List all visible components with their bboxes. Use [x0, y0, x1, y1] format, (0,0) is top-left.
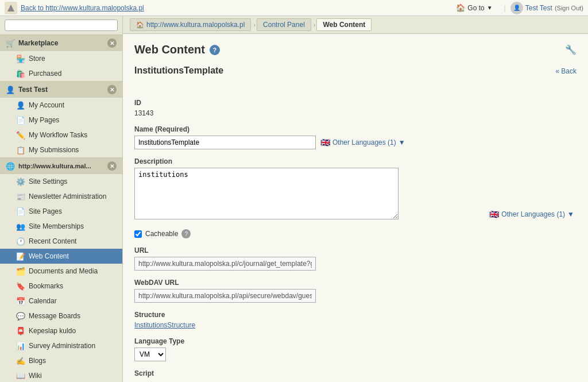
goto-label: Go to: [467, 4, 484, 12]
sidebar-item-label-my-workflow-tasks: My Workflow Tasks: [29, 131, 87, 139]
home-icon: 🏠: [456, 3, 465, 12]
structure-link[interactable]: InstitutionsStructure: [134, 321, 195, 329]
back-button[interactable]: « Back: [555, 67, 577, 75]
my-account-icon: 👤: [16, 101, 25, 110]
cacheable-label: Cacheable: [145, 230, 178, 238]
breadcrumb-home-label: http://www.kultura.malopolska.pl: [146, 21, 245, 29]
sidebar-item-purchased[interactable]: 🛍️ Purchased: [0, 66, 122, 81]
sidebar-section-title-testtest: Test Test: [18, 86, 48, 94]
back-link[interactable]: Back to http://www.kultura.malopolska.pl: [21, 4, 238, 12]
cacheable-help-icon[interactable]: ?: [181, 229, 191, 238]
search-input[interactable]: [5, 20, 118, 31]
name-label: Name (Required): [134, 125, 577, 133]
other-languages-arrow: ▼: [399, 138, 405, 146]
content-area: 🏠 http://www.kultura.malopolska.pl › Con…: [123, 16, 588, 382]
collapse-site-button[interactable]: ✕: [107, 161, 117, 171]
sidebar-item-label-site-settings: Site Settings: [29, 178, 67, 186]
webdav-url-label: WebDAV URL: [134, 279, 577, 287]
sidebar-item-label-my-submissions: My Submissions: [29, 146, 79, 154]
sidebar-item-my-workflow-tasks[interactable]: ✏️ My Workflow Tasks: [0, 128, 122, 142]
sidebar-item-survey-admin[interactable]: 📊 Survey Administration: [0, 338, 122, 353]
sidebar-item-label-message-boards: Message Boards: [29, 312, 80, 320]
sidebar-item-label-site-memberships: Site Memberships: [29, 222, 84, 230]
goto-button[interactable]: 🏠 Go to ▼: [456, 3, 492, 12]
sidebar-item-my-submissions[interactable]: 📋 My Submissions: [0, 142, 122, 157]
description-flag-icon: 🇬🇧: [489, 210, 499, 219]
sidebar-item-store[interactable]: 🏪 Store: [0, 51, 122, 66]
field-group-structure: Structure InstitutionsStructure: [134, 311, 577, 329]
user-name[interactable]: Test Test: [525, 4, 552, 12]
webdav-url-input[interactable]: [134, 289, 316, 303]
field-group-id: ID 13143: [134, 99, 577, 117]
wrench-icon[interactable]: 🔧: [565, 44, 577, 55]
sidebar-item-label-kepeslap-kuldo: Kepeslap kuldo: [29, 327, 76, 335]
sidebar-item-message-boards[interactable]: 💬 Message Boards: [0, 308, 122, 323]
message-boards-icon: 💬: [16, 311, 25, 321]
user-area: 👤 Test Test (Sign Out): [510, 2, 583, 14]
collapse-marketplace-button[interactable]: ✕: [107, 38, 117, 48]
sidebar-item-my-account[interactable]: 👤 My Account: [0, 98, 122, 113]
page-header: Web Content ? 🔧: [134, 43, 577, 56]
recent-content-icon: 🕐: [16, 237, 25, 246]
sidebar-item-label-my-account: My Account: [29, 101, 64, 109]
sidebar-item-label-purchased: Purchased: [29, 70, 61, 78]
sidebar-item-bookmarks[interactable]: 🔖 Bookmarks: [0, 279, 122, 294]
sidebar-item-site-pages[interactable]: 📄 Site Pages: [0, 204, 122, 219]
sidebar-item-site-settings[interactable]: ⚙️ Site Settings: [0, 174, 122, 189]
testtest-section-icon: 👤: [6, 86, 15, 94]
my-workflow-tasks-icon: ✏️: [16, 130, 25, 140]
script-label: Script: [134, 369, 577, 377]
id-value: 13143: [134, 109, 577, 117]
language-type-select[interactable]: VM FTL CSS: [134, 348, 166, 361]
sidebar-section-header-marketplace[interactable]: 🛒 Marketplace ✕: [0, 35, 122, 51]
sidebar-item-web-content[interactable]: 📝 Web Content: [0, 249, 122, 264]
url-input[interactable]: [134, 257, 316, 271]
calendar-icon: 📅: [16, 296, 25, 306]
name-lang-selector[interactable]: 🇬🇧 Other Languages (1) ▼: [320, 138, 405, 147]
survey-admin-icon: 📊: [16, 341, 25, 350]
marketplace-section-icon: 🛒: [6, 39, 15, 48]
breadcrumb-control-panel-label: Control Panel: [263, 21, 305, 29]
help-icon[interactable]: ?: [210, 45, 220, 55]
sidebar-item-kepeslap-kuldo[interactable]: 📮 Kepeslap kuldo: [0, 323, 122, 338]
sidebar-section-testtest: 👤 Test Test ✕ 👤 My Account 📄 My Pages ✏️…: [0, 82, 122, 158]
sidebar-item-recent-content[interactable]: 🕐 Recent Content: [0, 234, 122, 249]
name-input-row: 🇬🇧 Other Languages (1) ▼: [134, 136, 577, 149]
description-textarea[interactable]: institutions: [134, 168, 399, 219]
url-label: URL: [134, 246, 577, 254]
field-group-script: Script: [134, 369, 577, 377]
my-pages-icon: 📄: [16, 115, 25, 125]
structure-label: Structure: [134, 311, 577, 319]
sidebar-item-calendar[interactable]: 📅 Calendar: [0, 294, 122, 308]
description-lang-selector[interactable]: 🇬🇧 Other Languages (1) ▼: [489, 210, 574, 219]
site-section-icon: 🌐: [6, 162, 15, 171]
sidebar-item-blogs[interactable]: ✍️ Blogs: [0, 353, 122, 368]
breadcrumb: 🏠 http://www.kultura.malopolska.pl › Con…: [123, 16, 588, 34]
description-label: Description: [134, 157, 577, 165]
name-input[interactable]: [134, 136, 316, 149]
cacheable-checkbox[interactable]: [134, 230, 142, 238]
sidebar-section-header-testtest[interactable]: 👤 Test Test ✕: [0, 82, 122, 98]
form-section-title: InstitutionsTemplate: [134, 65, 223, 80]
sidebar-item-documents-media[interactable]: 🗂️ Documents and Media: [0, 264, 122, 279]
sidebar-item-wiki[interactable]: 📖 Wiki: [0, 368, 122, 382]
signout-link[interactable]: (Sign Out): [555, 5, 583, 11]
sidebar-section-marketplace: 🛒 Marketplace ✕ 🏪 Store 🛍️ Purchased: [0, 35, 122, 82]
breadcrumb-web-content[interactable]: Web Content: [316, 18, 372, 31]
sidebar-item-my-pages[interactable]: 📄 My Pages: [0, 113, 122, 128]
other-languages2-label: Other Languages (1): [501, 210, 565, 218]
app-logo: [5, 2, 17, 14]
other-languages-label: Other Languages (1): [332, 138, 396, 146]
site-pages-icon: 📄: [16, 207, 25, 216]
wiki-icon: 📖: [16, 371, 25, 380]
page-content: Web Content ? 🔧 InstitutionsTemplate « B…: [123, 34, 588, 382]
collapse-testtest-button[interactable]: ✕: [107, 85, 117, 94]
sidebar-item-newsletter-admin[interactable]: 📰 Newsletter Administration: [0, 189, 122, 204]
sidebar-item-site-memberships[interactable]: 👥 Site Memberships: [0, 219, 122, 234]
svg-marker-0: [7, 5, 14, 11]
breadcrumb-home[interactable]: 🏠 http://www.kultura.malopolska.pl: [130, 18, 251, 31]
sidebar-item-label-store: Store: [29, 55, 45, 63]
breadcrumb-control-panel[interactable]: Control Panel: [257, 18, 311, 31]
sidebar-section-header-site[interactable]: 🌐 http://www.kultura.mal... ✕: [0, 158, 122, 174]
id-label: ID: [134, 99, 577, 107]
